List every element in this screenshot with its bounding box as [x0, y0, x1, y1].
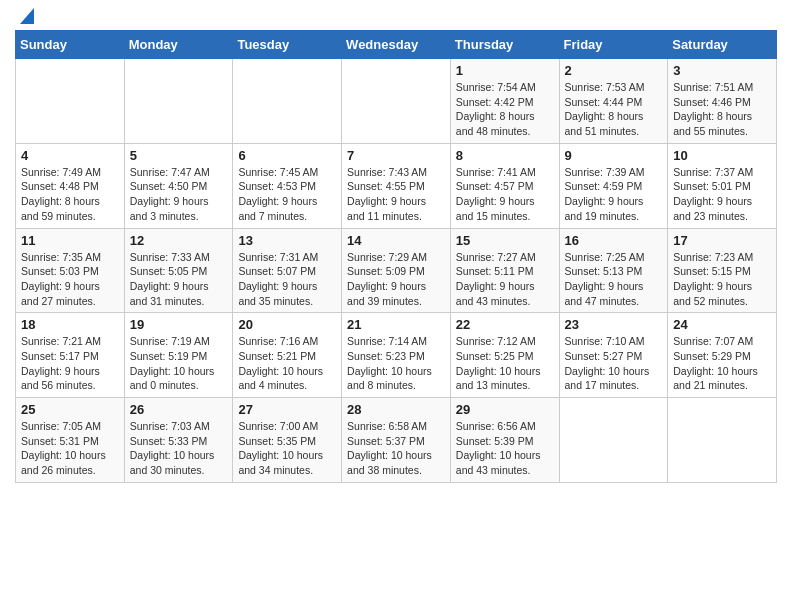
day-cell: 21Sunrise: 7:14 AM Sunset: 5:23 PM Dayli…	[342, 313, 451, 398]
day-cell: 19Sunrise: 7:19 AM Sunset: 5:19 PM Dayli…	[124, 313, 233, 398]
day-info: Sunrise: 7:21 AM Sunset: 5:17 PM Dayligh…	[21, 334, 119, 393]
day-number: 28	[347, 402, 445, 417]
day-cell: 3Sunrise: 7:51 AM Sunset: 4:46 PM Daylig…	[668, 59, 777, 144]
day-number: 22	[456, 317, 554, 332]
day-info: Sunrise: 7:49 AM Sunset: 4:48 PM Dayligh…	[21, 165, 119, 224]
calendar-table: SundayMondayTuesdayWednesdayThursdayFrid…	[15, 30, 777, 483]
day-info: Sunrise: 7:23 AM Sunset: 5:15 PM Dayligh…	[673, 250, 771, 309]
day-info: Sunrise: 7:33 AM Sunset: 5:05 PM Dayligh…	[130, 250, 228, 309]
day-cell	[668, 398, 777, 483]
weekday-header-friday: Friday	[559, 31, 668, 59]
day-info: Sunrise: 7:12 AM Sunset: 5:25 PM Dayligh…	[456, 334, 554, 393]
day-number: 6	[238, 148, 336, 163]
day-info: Sunrise: 7:51 AM Sunset: 4:46 PM Dayligh…	[673, 80, 771, 139]
day-number: 12	[130, 233, 228, 248]
week-row-2: 4Sunrise: 7:49 AM Sunset: 4:48 PM Daylig…	[16, 143, 777, 228]
day-number: 11	[21, 233, 119, 248]
day-number: 4	[21, 148, 119, 163]
day-cell: 16Sunrise: 7:25 AM Sunset: 5:13 PM Dayli…	[559, 228, 668, 313]
day-number: 25	[21, 402, 119, 417]
day-number: 16	[565, 233, 663, 248]
day-cell	[559, 398, 668, 483]
day-info: Sunrise: 6:56 AM Sunset: 5:39 PM Dayligh…	[456, 419, 554, 478]
day-number: 24	[673, 317, 771, 332]
day-info: Sunrise: 7:41 AM Sunset: 4:57 PM Dayligh…	[456, 165, 554, 224]
week-row-5: 25Sunrise: 7:05 AM Sunset: 5:31 PM Dayli…	[16, 398, 777, 483]
day-info: Sunrise: 7:43 AM Sunset: 4:55 PM Dayligh…	[347, 165, 445, 224]
day-info: Sunrise: 7:00 AM Sunset: 5:35 PM Dayligh…	[238, 419, 336, 478]
day-info: Sunrise: 7:19 AM Sunset: 5:19 PM Dayligh…	[130, 334, 228, 393]
day-cell: 25Sunrise: 7:05 AM Sunset: 5:31 PM Dayli…	[16, 398, 125, 483]
day-cell: 12Sunrise: 7:33 AM Sunset: 5:05 PM Dayli…	[124, 228, 233, 313]
day-cell	[16, 59, 125, 144]
day-number: 23	[565, 317, 663, 332]
day-number: 20	[238, 317, 336, 332]
day-number: 1	[456, 63, 554, 78]
day-info: Sunrise: 7:31 AM Sunset: 5:07 PM Dayligh…	[238, 250, 336, 309]
day-cell: 24Sunrise: 7:07 AM Sunset: 5:29 PM Dayli…	[668, 313, 777, 398]
day-number: 14	[347, 233, 445, 248]
day-cell	[233, 59, 342, 144]
day-number: 27	[238, 402, 336, 417]
day-info: Sunrise: 7:29 AM Sunset: 5:09 PM Dayligh…	[347, 250, 445, 309]
day-cell: 14Sunrise: 7:29 AM Sunset: 5:09 PM Dayli…	[342, 228, 451, 313]
day-cell: 9Sunrise: 7:39 AM Sunset: 4:59 PM Daylig…	[559, 143, 668, 228]
day-cell: 13Sunrise: 7:31 AM Sunset: 5:07 PM Dayli…	[233, 228, 342, 313]
day-number: 18	[21, 317, 119, 332]
week-row-4: 18Sunrise: 7:21 AM Sunset: 5:17 PM Dayli…	[16, 313, 777, 398]
day-cell: 18Sunrise: 7:21 AM Sunset: 5:17 PM Dayli…	[16, 313, 125, 398]
day-number: 3	[673, 63, 771, 78]
day-number: 10	[673, 148, 771, 163]
day-cell: 20Sunrise: 7:16 AM Sunset: 5:21 PM Dayli…	[233, 313, 342, 398]
week-row-3: 11Sunrise: 7:35 AM Sunset: 5:03 PM Dayli…	[16, 228, 777, 313]
day-info: Sunrise: 7:47 AM Sunset: 4:50 PM Dayligh…	[130, 165, 228, 224]
day-cell	[124, 59, 233, 144]
day-info: Sunrise: 7:05 AM Sunset: 5:31 PM Dayligh…	[21, 419, 119, 478]
day-cell: 8Sunrise: 7:41 AM Sunset: 4:57 PM Daylig…	[450, 143, 559, 228]
day-cell: 28Sunrise: 6:58 AM Sunset: 5:37 PM Dayli…	[342, 398, 451, 483]
day-cell: 23Sunrise: 7:10 AM Sunset: 5:27 PM Dayli…	[559, 313, 668, 398]
day-cell: 10Sunrise: 7:37 AM Sunset: 5:01 PM Dayli…	[668, 143, 777, 228]
weekday-header-sunday: Sunday	[16, 31, 125, 59]
day-info: Sunrise: 7:14 AM Sunset: 5:23 PM Dayligh…	[347, 334, 445, 393]
day-info: Sunrise: 7:54 AM Sunset: 4:42 PM Dayligh…	[456, 80, 554, 139]
day-info: Sunrise: 7:03 AM Sunset: 5:33 PM Dayligh…	[130, 419, 228, 478]
weekday-header-tuesday: Tuesday	[233, 31, 342, 59]
day-number: 15	[456, 233, 554, 248]
logo	[15, 14, 34, 22]
day-number: 8	[456, 148, 554, 163]
day-info: Sunrise: 7:10 AM Sunset: 5:27 PM Dayligh…	[565, 334, 663, 393]
day-info: Sunrise: 7:39 AM Sunset: 4:59 PM Dayligh…	[565, 165, 663, 224]
day-cell: 22Sunrise: 7:12 AM Sunset: 5:25 PM Dayli…	[450, 313, 559, 398]
day-number: 7	[347, 148, 445, 163]
day-info: Sunrise: 7:25 AM Sunset: 5:13 PM Dayligh…	[565, 250, 663, 309]
day-number: 17	[673, 233, 771, 248]
weekday-header-monday: Monday	[124, 31, 233, 59]
day-cell: 4Sunrise: 7:49 AM Sunset: 4:48 PM Daylig…	[16, 143, 125, 228]
day-cell: 2Sunrise: 7:53 AM Sunset: 4:44 PM Daylig…	[559, 59, 668, 144]
day-cell: 1Sunrise: 7:54 AM Sunset: 4:42 PM Daylig…	[450, 59, 559, 144]
day-info: Sunrise: 7:16 AM Sunset: 5:21 PM Dayligh…	[238, 334, 336, 393]
day-cell: 7Sunrise: 7:43 AM Sunset: 4:55 PM Daylig…	[342, 143, 451, 228]
day-cell: 17Sunrise: 7:23 AM Sunset: 5:15 PM Dayli…	[668, 228, 777, 313]
day-number: 21	[347, 317, 445, 332]
week-row-1: 1Sunrise: 7:54 AM Sunset: 4:42 PM Daylig…	[16, 59, 777, 144]
day-number: 19	[130, 317, 228, 332]
day-cell: 29Sunrise: 6:56 AM Sunset: 5:39 PM Dayli…	[450, 398, 559, 483]
day-number: 26	[130, 402, 228, 417]
day-info: Sunrise: 7:37 AM Sunset: 5:01 PM Dayligh…	[673, 165, 771, 224]
day-info: Sunrise: 7:45 AM Sunset: 4:53 PM Dayligh…	[238, 165, 336, 224]
day-cell: 26Sunrise: 7:03 AM Sunset: 5:33 PM Dayli…	[124, 398, 233, 483]
day-cell: 15Sunrise: 7:27 AM Sunset: 5:11 PM Dayli…	[450, 228, 559, 313]
svg-marker-0	[20, 8, 34, 24]
day-cell: 11Sunrise: 7:35 AM Sunset: 5:03 PM Dayli…	[16, 228, 125, 313]
weekday-header-wednesday: Wednesday	[342, 31, 451, 59]
weekday-header-saturday: Saturday	[668, 31, 777, 59]
day-number: 29	[456, 402, 554, 417]
day-info: Sunrise: 7:53 AM Sunset: 4:44 PM Dayligh…	[565, 80, 663, 139]
day-number: 13	[238, 233, 336, 248]
weekday-header-thursday: Thursday	[450, 31, 559, 59]
day-info: Sunrise: 6:58 AM Sunset: 5:37 PM Dayligh…	[347, 419, 445, 478]
page-header	[15, 10, 777, 22]
day-info: Sunrise: 7:07 AM Sunset: 5:29 PM Dayligh…	[673, 334, 771, 393]
